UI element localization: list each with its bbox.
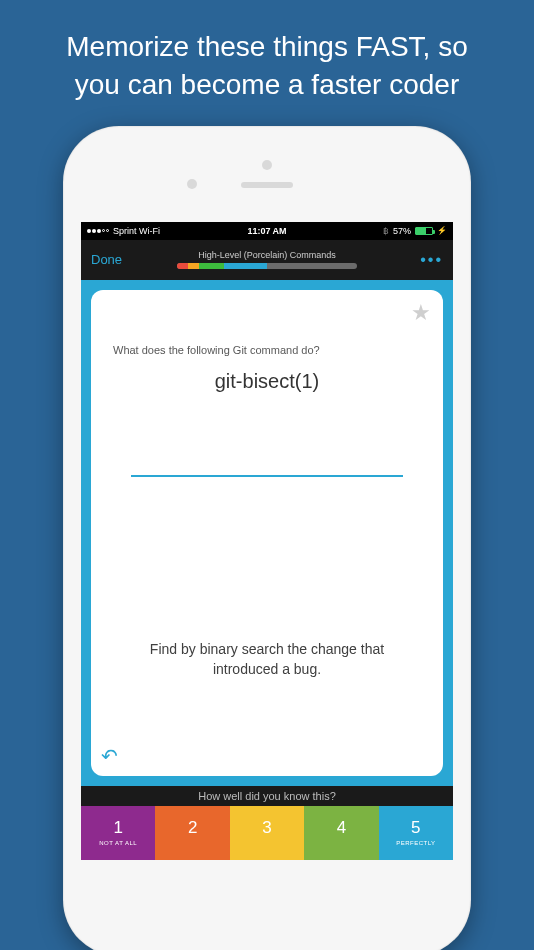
nav-bar: Done High-Level (Porcelain) Commands ••• bbox=[81, 240, 453, 280]
charging-icon: ⚡ bbox=[437, 226, 447, 235]
card-divider bbox=[131, 475, 402, 477]
star-icon[interactable]: ★ bbox=[411, 300, 431, 326]
progress-bar bbox=[177, 263, 357, 269]
phone-speaker bbox=[241, 182, 293, 188]
rating-button-4[interactable]: 4 bbox=[304, 806, 378, 860]
rating-button-2[interactable]: 2 bbox=[155, 806, 229, 860]
rating-num: 3 bbox=[262, 818, 271, 838]
phone-sensor bbox=[187, 179, 197, 189]
rating-num: 2 bbox=[188, 818, 197, 838]
rating-sub: NOT AT ALL bbox=[99, 840, 137, 848]
phone-frame: Sprint Wi-Fi 11:07 AM ฿ 57% ⚡ Done High-… bbox=[63, 126, 471, 950]
rating-button-5[interactable]: 5 PERFECTLY bbox=[379, 806, 453, 860]
flashcard[interactable]: ★ What does the following Git command do… bbox=[91, 290, 443, 776]
clock-label: 11:07 AM bbox=[247, 226, 286, 236]
card-divider-block bbox=[113, 393, 421, 559]
promo-line2: you can become a faster coder bbox=[75, 69, 459, 100]
question-label: What does the following Git command do? bbox=[113, 344, 421, 356]
phone-screen: Sprint Wi-Fi 11:07 AM ฿ 57% ⚡ Done High-… bbox=[81, 222, 453, 860]
progress-seg-4 bbox=[224, 263, 267, 269]
carrier-label: Sprint Wi-Fi bbox=[113, 226, 160, 236]
progress-seg-1 bbox=[177, 263, 188, 269]
rating-button-1[interactable]: 1 NOT AT ALL bbox=[81, 806, 155, 860]
status-right: ฿ 57% ⚡ bbox=[383, 226, 447, 236]
promo-headline: Memorize these things FAST, so you can b… bbox=[0, 0, 534, 126]
battery-icon bbox=[415, 227, 433, 235]
more-button[interactable]: ••• bbox=[420, 251, 443, 269]
bluetooth-icon: ฿ bbox=[383, 226, 389, 236]
promo-line1: Memorize these things FAST, so bbox=[66, 31, 468, 62]
nav-center: High-Level (Porcelain) Commands bbox=[177, 250, 357, 269]
rating-num: 5 bbox=[411, 818, 420, 838]
done-button[interactable]: Done bbox=[91, 252, 122, 267]
rating-num: 4 bbox=[337, 818, 346, 838]
progress-seg-3 bbox=[199, 263, 224, 269]
answer-text: Find by binary search the change that in… bbox=[113, 640, 421, 679]
rating-button-3[interactable]: 3 bbox=[230, 806, 304, 860]
card-answer-block: Find by binary search the change that in… bbox=[113, 559, 421, 762]
rating-sub: PERFECTLY bbox=[396, 840, 435, 848]
rating-prompt: How well did you know this? bbox=[81, 786, 453, 806]
battery-pct: 57% bbox=[393, 226, 411, 236]
status-left: Sprint Wi-Fi bbox=[87, 226, 160, 236]
signal-dots-icon bbox=[87, 229, 109, 233]
deck-title: High-Level (Porcelain) Commands bbox=[177, 250, 357, 260]
card-area: ★ What does the following Git command do… bbox=[81, 280, 453, 786]
card-question-block: What does the following Git command do? … bbox=[113, 304, 421, 393]
status-bar: Sprint Wi-Fi 11:07 AM ฿ 57% ⚡ bbox=[81, 222, 453, 240]
command-text: git-bisect(1) bbox=[113, 370, 421, 393]
undo-icon[interactable]: ↶ bbox=[101, 744, 118, 768]
progress-seg-2 bbox=[188, 263, 199, 269]
rating-bar: 1 NOT AT ALL 2 3 4 5 PERFECTLY bbox=[81, 806, 453, 860]
rating-num: 1 bbox=[113, 818, 122, 838]
